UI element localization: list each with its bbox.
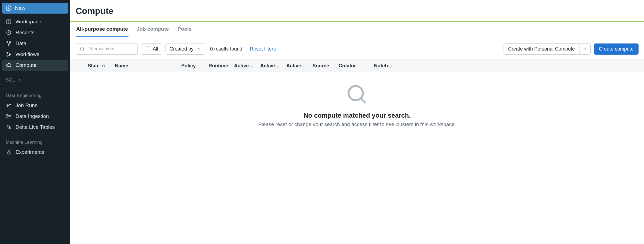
sidebar-item-delta-live-tables[interactable]: Delta Live Tables [2,122,68,133]
personal-compute-button[interactable]: Create with Personal Compute [504,44,579,54]
delta-live-tables-icon [6,124,12,130]
checkbox-icon [145,46,150,51]
col-active-3[interactable]: Active… [286,63,312,69]
sidebar-item-data[interactable]: Data [2,38,68,49]
sidebar-heading-data-engineering: Data Engineering [2,90,68,100]
search-icon [79,46,85,52]
flask-icon [6,149,12,155]
all-label: All [153,46,158,52]
sidebar-item-label: Workspace [16,19,41,25]
chevron-right-icon [18,77,22,83]
new-button[interactable]: New [2,3,68,14]
svg-rect-3 [7,20,11,24]
sidebar-item-label: Delta Live Tables [16,124,55,130]
col-policy[interactable]: Policy [181,63,208,69]
svg-point-11 [7,52,8,54]
sidebar-item-workspace[interactable]: Workspace [2,16,68,27]
create-compute-button[interactable]: Create compute [594,43,639,55]
svg-rect-19 [10,116,11,117]
sidebar-item-data-ingestion[interactable]: Data Ingestion [2,111,68,122]
results-text: 0 results found [210,46,242,52]
table-header: State Name Policy Runtime Active… Active… [70,60,644,72]
page-title: Compute [70,0,644,21]
all-checkbox[interactable]: All [141,43,162,55]
svg-point-7 [10,42,11,43]
chevron-down-icon [197,46,201,52]
sidebar-item-label: Data [16,40,26,46]
magnifier-icon [346,83,369,106]
workspace-icon [6,19,12,25]
sidebar-item-label: Workflows [16,51,39,57]
tabs: All-purpose compute Job compute Pools [70,22,644,37]
sort-icon [101,64,106,68]
cloud-icon [6,62,12,68]
empty-title: No compute matched your search. [70,112,644,119]
svg-point-13 [7,55,8,56]
sidebar-item-workflows[interactable]: Workflows [2,49,68,60]
sidebar-item-recents[interactable]: Recents [2,27,68,38]
sidebar-section-label: SQL [6,77,15,83]
sidebar-heading-machine-learning: Machine Learning [2,136,68,147]
col-source[interactable]: Source [312,63,339,69]
col-runtime[interactable]: Runtime [208,63,234,69]
personal-compute-split-button: Create with Personal Compute [504,43,591,55]
svg-line-23 [83,50,84,51]
ingestion-icon [6,113,12,119]
col-notebooks[interactable]: Noteb… [374,63,398,69]
svg-point-28 [349,86,363,101]
data-graph-icon [6,40,12,46]
sidebar-item-job-runs[interactable]: Job Runs [2,100,68,111]
clock-icon [6,30,12,36]
chevron-down-icon [583,47,587,51]
toolbar: All Created by 0 results found Reset fil… [70,37,644,60]
sidebar-item-compute[interactable]: Compute [2,60,68,71]
svg-point-6 [7,42,8,43]
col-state-label: State [88,63,100,69]
job-runs-icon [6,102,12,108]
svg-rect-18 [7,117,8,118]
col-creator[interactable]: Creator [339,63,374,69]
empty-state: No compute matched your search. Please r… [70,72,644,127]
svg-point-22 [80,47,84,50]
new-button-label: New [15,5,25,11]
svg-point-12 [10,54,11,55]
sidebar-item-label: Compute [16,62,36,68]
workflows-icon [6,51,12,57]
reset-filters-link[interactable]: Reset filters [250,46,276,52]
sidebar-item-label: Job Runs [16,102,37,108]
col-active-2[interactable]: Active… [260,63,286,69]
svg-line-10 [9,43,10,45]
sidebar-item-experiments[interactable]: Experiments [2,147,68,158]
col-active-1[interactable]: Active… [234,63,260,69]
col-state[interactable]: State [88,63,115,69]
sidebar-item-label: Recents [16,30,35,36]
tab-pools[interactable]: Pools [177,22,192,37]
sidebar-item-label: Experiments [16,149,44,155]
sidebar-section-sql[interactable]: SQL [2,74,68,86]
tab-job-compute[interactable]: Job compute [136,22,169,37]
svg-line-9 [8,43,8,45]
sidebar: New Workspace Recents Data Workflows Com… [0,0,70,244]
tab-all-purpose-compute[interactable]: All-purpose compute [76,22,128,37]
personal-compute-caret[interactable] [579,44,590,54]
main-content: Compute All-purpose compute Job compute … [70,0,644,244]
sidebar-item-label: Data Ingestion [16,113,49,119]
svg-line-29 [361,98,366,103]
empty-subtitle: Please reset or change your search and a… [70,121,644,127]
col-name[interactable]: Name [115,63,181,69]
svg-rect-17 [7,114,8,116]
filter-input[interactable] [87,46,134,52]
created-by-label: Created by [170,46,194,52]
filter-input-wrap[interactable] [76,43,138,55]
plus-circle-icon [6,5,12,11]
created-by-dropdown[interactable]: Created by [165,43,205,55]
